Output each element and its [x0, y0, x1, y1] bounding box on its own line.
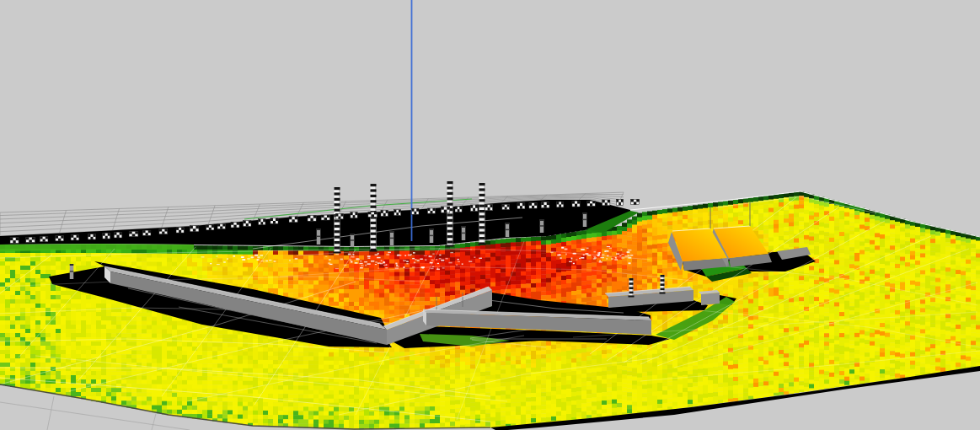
scene-overlay — [0, 0, 980, 430]
viewport-3d[interactable] — [0, 0, 980, 430]
